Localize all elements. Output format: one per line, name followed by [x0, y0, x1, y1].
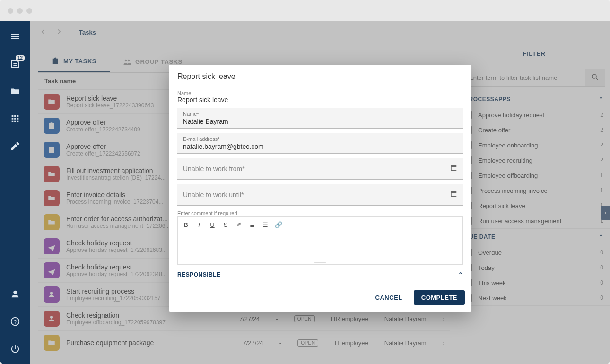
- cancel-button[interactable]: CANCEL: [370, 290, 408, 305]
- tasks-nav[interactable]: 12: [6, 54, 25, 73]
- window-close-dot[interactable]: [8, 8, 13, 14]
- complete-button[interactable]: COMPLETE: [414, 290, 465, 305]
- name-field[interactable]: Name* Natalie Bayram: [177, 108, 463, 129]
- underline-button[interactable]: U: [206, 218, 218, 231]
- responsible-section-toggle[interactable]: RESPONSIBLE ⌃: [177, 265, 463, 280]
- bold-button[interactable]: B: [180, 218, 192, 231]
- menu-button[interactable]: [6, 27, 25, 46]
- tasks-badge: 12: [16, 55, 25, 61]
- settings-nav[interactable]: [6, 137, 25, 156]
- resize-grip-icon[interactable]: [314, 262, 326, 263]
- readonly-name-value: Report sick leave: [177, 96, 463, 104]
- email-field[interactable]: E-mail address* natalie.bayram@gbtec.com: [177, 133, 463, 154]
- readonly-name-label: Name: [177, 90, 463, 96]
- apps-nav[interactable]: [6, 109, 25, 128]
- strike-button[interactable]: S: [219, 218, 232, 231]
- folder-nav[interactable]: [6, 82, 25, 101]
- calendar-icon[interactable]: [450, 190, 458, 200]
- chevron-up-icon: ⌃: [458, 271, 463, 278]
- power-nav[interactable]: [6, 339, 25, 358]
- italic-button[interactable]: I: [193, 218, 205, 231]
- modal-title: Report sick leave: [169, 65, 471, 85]
- window-max-dot[interactable]: [26, 8, 32, 14]
- svg-text:?: ?: [14, 319, 17, 325]
- modal-overlay[interactable]: Report sick leave Name Report sick leave…: [30, 21, 610, 364]
- until-date-field[interactable]: Unable to work until*: [177, 184, 463, 206]
- svg-point-0: [13, 291, 17, 294]
- browser-chrome-bar: [0, 0, 610, 21]
- from-date-field[interactable]: Unable to work from*: [177, 158, 463, 180]
- clear-format-button[interactable]: ✐: [233, 218, 245, 231]
- rte-toolbar: B I U S ✐ ≣ ☰ 🔗: [177, 216, 463, 233]
- comment-textarea[interactable]: [177, 233, 463, 265]
- modal-report-sick-leave: Report sick leave Name Report sick leave…: [169, 65, 471, 312]
- help-nav[interactable]: ?: [6, 312, 25, 331]
- window-min-dot[interactable]: [17, 8, 23, 14]
- link-button[interactable]: 🔗: [272, 218, 285, 231]
- app-sidebar: 12 ?: [0, 21, 30, 364]
- calendar-icon[interactable]: [450, 164, 458, 174]
- comment-label: Enter comment if required: [177, 210, 463, 216]
- account-nav[interactable]: [6, 285, 25, 303]
- bullet-list-button[interactable]: ≣: [246, 218, 258, 231]
- number-list-button[interactable]: ☰: [259, 218, 271, 231]
